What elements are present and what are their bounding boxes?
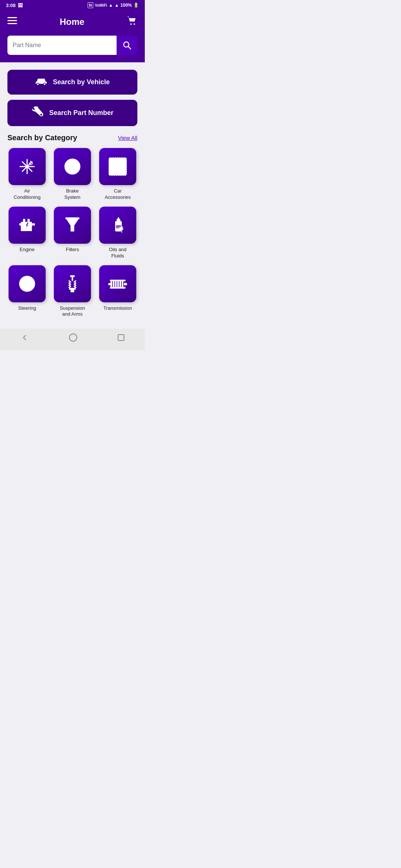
category-item-transmission[interactable]: Transmission (98, 265, 137, 318)
category-header: Search by Category View All (7, 134, 137, 142)
svg-line-6 (128, 47, 131, 49)
search-input[interactable] (13, 42, 111, 49)
status-wifi-icon: ▲ (109, 3, 113, 8)
air-conditioning-label: AirConditioning (14, 188, 40, 201)
svg-rect-62 (117, 281, 119, 287)
svg-rect-34 (23, 219, 25, 223)
svg-rect-2 (7, 23, 17, 24)
search-input-wrapper (7, 36, 117, 55)
svg-rect-32 (109, 158, 127, 175)
car-accessories-label: CarAccessories (105, 188, 131, 201)
svg-rect-46 (116, 226, 121, 227)
status-battery: 100% (120, 3, 132, 8)
category-item-filters[interactable]: Filters (53, 207, 92, 259)
steering-label: Steering (18, 305, 36, 312)
status-vowifi-icon: VoWiFi (95, 3, 107, 7)
category-item-engine[interactable]: Engine (7, 207, 47, 259)
svg-rect-68 (110, 287, 125, 289)
svg-rect-47 (116, 227, 120, 228)
svg-point-8 (37, 83, 39, 85)
svg-point-24 (76, 161, 78, 163)
category-item-oils-fluids[interactable]: Oils andFluids (98, 207, 137, 259)
svg-rect-66 (124, 283, 127, 285)
search-by-vehicle-button[interactable]: Search by Vehicle (7, 70, 137, 95)
engine-label: Engine (20, 247, 35, 253)
svg-rect-44 (118, 217, 119, 220)
category-grid: AirConditioning (7, 148, 137, 325)
category-item-suspension-arms[interactable]: Suspensionand Arms (53, 265, 92, 318)
svg-point-18 (72, 160, 74, 161)
filters-label: Filters (66, 247, 79, 253)
category-item-steering[interactable]: Steering (7, 265, 47, 318)
svg-rect-64 (122, 281, 123, 287)
transmission-label: Transmission (104, 305, 132, 312)
car-icon (35, 76, 48, 88)
category-item-car-accessories[interactable]: CarAccessories (98, 148, 137, 201)
search-by-vehicle-label: Search by Vehicle (53, 78, 110, 86)
svg-rect-37 (19, 223, 22, 226)
status-nfc-icon: N (88, 2, 94, 8)
status-photo-icon: 🖼 (18, 3, 23, 8)
search-button[interactable] (117, 36, 137, 55)
recent-apps-button[interactable] (117, 334, 125, 343)
oils-fluids-icon-box (99, 207, 136, 244)
search-part-number-button[interactable]: Search Part Number (7, 100, 137, 126)
svg-point-45 (120, 226, 123, 231)
suspension-arms-icon-box (54, 265, 91, 302)
svg-point-10 (40, 114, 42, 116)
status-time: 3:08 (6, 3, 16, 8)
svg-point-25 (67, 170, 69, 172)
category-item-brake-system[interactable]: BrakeSystem (53, 148, 92, 201)
car-accessories-icon-box (99, 148, 136, 185)
svg-rect-36 (32, 223, 35, 226)
svg-point-21 (78, 166, 80, 168)
svg-point-20 (65, 166, 67, 168)
wrench-icon (31, 106, 44, 119)
svg-point-4 (134, 23, 135, 25)
svg-point-69 (69, 334, 77, 341)
svg-rect-61 (115, 281, 117, 287)
svg-rect-38 (21, 229, 32, 231)
search-part-number-label: Search Part Number (49, 109, 113, 117)
steering-icon-box (9, 265, 46, 302)
svg-rect-54 (70, 275, 75, 277)
category-item-air-conditioning[interactable]: AirConditioning (7, 148, 47, 201)
search-section (0, 36, 145, 62)
svg-rect-65 (108, 283, 111, 285)
bottom-navigation (0, 329, 145, 350)
status-signal-icon: ▲ (114, 3, 119, 8)
header: Home (0, 10, 145, 36)
page-title: Home (60, 17, 85, 27)
svg-rect-1 (7, 20, 17, 21)
svg-rect-55 (72, 277, 73, 281)
air-conditioning-icon-box (9, 148, 46, 185)
svg-point-53 (26, 283, 28, 285)
engine-icon-box (9, 207, 46, 244)
svg-point-9 (43, 83, 46, 85)
suspension-arms-label: Suspensionand Arms (60, 305, 85, 318)
cart-button[interactable] (127, 16, 137, 28)
svg-rect-70 (118, 335, 124, 341)
category-section-title: Search by Category (7, 134, 77, 142)
brake-system-label: BrakeSystem (64, 188, 80, 201)
svg-rect-56 (69, 288, 76, 290)
svg-rect-0 (7, 17, 17, 18)
back-button[interactable] (20, 333, 29, 344)
svg-point-22 (67, 161, 69, 163)
svg-rect-57 (71, 290, 74, 292)
svg-point-3 (130, 23, 132, 25)
brake-system-icon-box (54, 148, 91, 185)
main-content: Search by Vehicle Search Part Number Sea… (0, 62, 145, 325)
svg-point-19 (72, 172, 74, 174)
home-button[interactable] (69, 333, 78, 344)
view-all-button[interactable]: View All (118, 135, 137, 141)
filters-icon-box (54, 207, 91, 244)
svg-rect-63 (120, 281, 121, 287)
svg-point-17 (71, 165, 74, 168)
svg-rect-35 (27, 219, 30, 223)
status-bar: 3:08 🖼 N VoWiFi ▲ ▲ 100% 🔋 (0, 0, 145, 10)
menu-button[interactable] (7, 17, 17, 27)
svg-marker-40 (66, 219, 79, 231)
svg-point-23 (76, 170, 78, 172)
svg-rect-60 (113, 281, 114, 287)
